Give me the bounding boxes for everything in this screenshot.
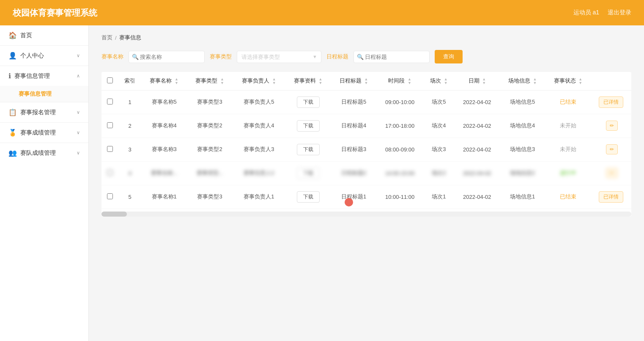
row-timeslot: 10:00-11:00 [376,185,423,209]
breadcrumb-home[interactable]: 首页 [101,34,112,41]
horizontal-scrollbar[interactable] [101,212,631,217]
table-header-row: 索引 赛事名称 ▲▼ 赛事类型 ▲▼ 赛事负责人 ▲▼ 赛事资料 ▲▼ [101,72,631,90]
row-action[interactable]: ✏ [591,138,631,161]
col-session[interactable]: 场次 ▲▼ [423,72,455,90]
row-action[interactable]: 已详情 [591,90,631,114]
layout: 🏠 首页 👤 个人中心 ∨ ℹ 赛事信息管理 ∧ 赛事信息管理 📋 赛事报名管理… [0,25,644,341]
row-checkbox-cell[interactable] [101,138,118,161]
header: 校园体育赛事管理系统 运动员 a1 退出登录 [0,0,644,25]
table-body: 1 赛事名称5 赛事类型3 赛事负责人5 下载 日程标题5 09:00-10:0… [101,90,631,209]
col-event-type[interactable]: 赛事类型 ▲▼ [187,72,233,90]
header-right: 运动员 a1 退出登录 [573,9,631,16]
row-material[interactable]: 下载 [285,185,331,209]
row-contact: 赛事负责人5 [233,90,285,114]
sidebar-item-event-info[interactable]: ℹ 赛事信息管理 ∧ [0,66,88,86]
sidebar-item-event-info-manage[interactable]: 赛事信息管理 [0,86,88,102]
col-schedule[interactable]: 日程标题 ▲▼ [331,72,377,90]
col-timeslot[interactable]: 时间段 ▲▼ [376,72,423,90]
detail-button-0[interactable]: 已详情 [599,96,623,108]
table-row: 2 赛事名称4 赛事类型2 赛事负责人4 下载 日程标题4 17:00-18:0… [101,114,631,138]
home-icon: 🏠 [8,31,17,39]
row-material[interactable]: 下载 [285,114,331,138]
row-contact: 赛事负责人2 [233,161,285,185]
row-schedule: 日程标题1 [331,185,377,209]
row-session: 场次2 [423,161,455,185]
select-all-cell[interactable] [101,72,118,90]
event-type-select[interactable]: 请选择赛事类型 赛事类型1 赛事类型2 赛事类型3 [237,51,321,63]
download-button-4[interactable]: 下载 [297,191,320,203]
row-checkbox-2[interactable] [107,146,113,152]
sidebar-personal-label: 个人中心 [20,52,44,60]
edit-button-2[interactable]: ✏ [606,144,618,154]
sort-arrows-material: ▲▼ [318,77,322,85]
col-venue[interactable]: 场地信息 ▲▼ [500,72,545,90]
row-session: 场次3 [423,138,455,161]
download-button-1[interactable]: 下载 [297,120,320,132]
select-all-checkbox[interactable] [107,77,113,83]
col-date[interactable]: 日期 ▲▼ [455,72,500,90]
row-timeslot: 08:00-09:00 [376,138,423,161]
detail-button-4[interactable]: 已详情 [599,191,623,203]
schedule-input[interactable] [354,51,430,63]
col-material[interactable]: 赛事资料 ▲▼ [285,72,331,90]
row-event-name: 赛事名称3 [141,138,187,161]
status-badge-1: 未开始 [560,122,576,129]
event-name-input[interactable] [129,51,205,63]
col-contact[interactable]: 赛事负责人 ▲▼ [233,72,285,90]
row-action[interactable]: ✏ [591,114,631,138]
row-session: 场次5 [423,90,455,114]
row-checkbox-cell[interactable] [101,114,118,138]
col-event-name[interactable]: 赛事名称 ▲▼ [141,72,187,90]
sidebar-team-label: 赛队成绩管理 [20,149,56,157]
table-row: 1 赛事名称5 赛事类型3 赛事负责人5 下载 日程标题5 09:00-10:0… [101,90,631,114]
row-material[interactable]: 下载 [285,161,331,185]
row-status: 已结束 [545,185,591,209]
row-event-name: 赛事名称5 [141,90,187,114]
row-checkbox-0[interactable] [107,99,113,104]
download-button-2[interactable]: 下载 [297,144,320,155]
row-checkbox-3[interactable] [107,170,113,176]
row-material[interactable]: 下载 [285,138,331,161]
col-action [591,72,631,90]
row-checkbox-1[interactable] [107,122,113,128]
row-checkbox-cell[interactable] [101,90,118,114]
download-button-0[interactable]: 下载 [297,96,320,108]
row-schedule: 日程标题3 [331,138,377,161]
col-index: 索引 [118,72,141,90]
logout-link[interactable]: 退出登录 [608,9,631,16]
row-event-type: 赛事类型2 [187,138,233,161]
sidebar-item-home[interactable]: 🏠 首页 [0,25,88,45]
col-status[interactable]: 赛事状态 ▲▼ [545,72,591,90]
row-checkbox-cell[interactable] [101,161,118,185]
row-action[interactable]: ✏ [591,161,631,185]
row-timeslot: 09:00-10:00 [376,90,423,114]
row-checkbox-cell[interactable] [101,185,118,209]
row-contact: 赛事负责人4 [233,114,285,138]
sidebar-home-label: 首页 [20,32,32,39]
row-venue: 场地信息5 [500,90,545,114]
sidebar-item-event-result[interactable]: 🏅 赛事成绩管理 ∨ [0,123,88,143]
scrollbar-thumb[interactable] [101,212,127,217]
sort-arrows-name: ▲▼ [175,77,178,85]
event-type-label: 赛事类型 [210,53,232,60]
row-index: 5 [118,185,141,209]
sidebar-item-personal[interactable]: 👤 个人中心 ∨ [0,46,88,66]
row-action[interactable]: 已详情 [591,185,631,209]
edit-button-3[interactable]: ✏ [606,168,618,178]
download-button-3[interactable]: 下载 [297,168,320,179]
event-name-input-wrap: 🔍 [129,51,205,63]
search-icon-2: 🔍 [357,54,364,60]
row-index: 1 [118,90,141,114]
chevron-down-icon-4: ∨ [77,150,80,156]
row-venue: 场地信息1 [500,185,545,209]
row-status: 未开始 [545,138,591,161]
query-button[interactable]: 查询 [435,50,463,63]
row-checkbox-4[interactable] [107,193,113,199]
sidebar-item-event-register[interactable]: 📋 赛事报名管理 ∨ [0,102,88,122]
row-material[interactable]: 下载 [285,90,331,114]
chevron-up-icon: ∧ [77,73,80,79]
row-event-type: 赛事类型3 [187,90,233,114]
sidebar-item-team-result[interactable]: 👥 赛队成绩管理 ∨ [0,143,88,163]
row-schedule: 日程标题2 [331,161,377,185]
edit-button-1[interactable]: ✏ [606,121,618,131]
